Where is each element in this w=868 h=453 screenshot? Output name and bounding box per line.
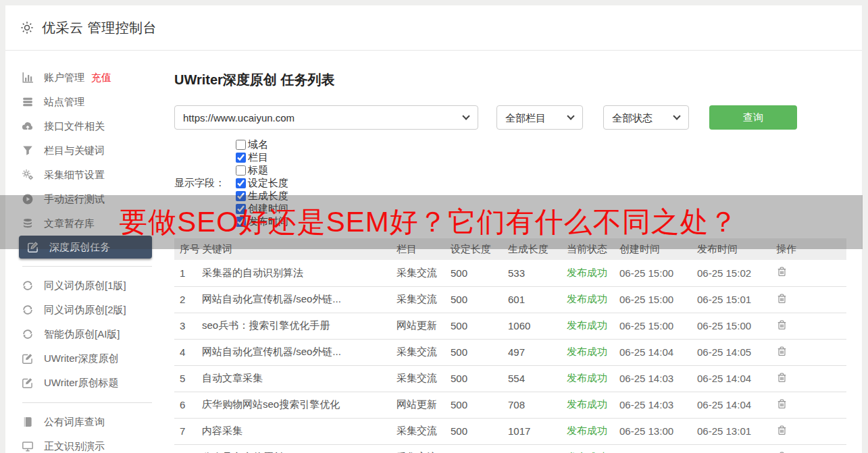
table-cell: 1 xyxy=(174,260,199,286)
book-icon xyxy=(22,416,34,428)
sidebar-item[interactable]: 账户管理充值 xyxy=(5,65,169,90)
trash-icon xyxy=(776,398,788,410)
table-cell: 网站自动化宣传机器/seo外链... xyxy=(199,286,394,313)
sidebar-item[interactable]: 同义词伪原创[1版] xyxy=(5,273,169,298)
field-checkbox-item[interactable]: 标题 xyxy=(236,164,288,177)
sidebar-divider xyxy=(22,266,152,267)
field-checkbox-item[interactable]: 域名 xyxy=(236,138,288,151)
table-cell: 发布成功 xyxy=(564,339,617,365)
gear-icon xyxy=(20,21,34,34)
sidebar: 账户管理充值站点管理接口文件相关栏目与关键词采集细节设置手动运行测试文章暂存库深… xyxy=(5,51,169,453)
sidebar-item-label: 同义词伪原创[2版] xyxy=(44,304,126,317)
table-cell: 采集器的自动识别算法 xyxy=(199,260,394,286)
delete-button[interactable] xyxy=(776,266,788,277)
refresh-icon xyxy=(22,304,34,316)
table-cell: 500 xyxy=(448,392,505,418)
table-cell: 1017 xyxy=(505,418,564,444)
overlay-banner: 要做SEO好还是SEM好？它们有什么不同之处？ xyxy=(0,195,863,249)
display-fields-label: 显示字段： xyxy=(174,177,225,190)
delete-button[interactable] xyxy=(776,293,788,304)
table-cell: 发布成功 xyxy=(564,444,617,453)
sidebar-item[interactable]: 采集细节设置 xyxy=(5,163,169,187)
site-select[interactable]: https://www.ucaiyun.com xyxy=(174,105,478,130)
table-cell: 网站自动化宣传机器/seo外链... xyxy=(199,339,394,365)
table-row: 1采集器的自动识别算法采集交流500533发布成功06-25 15:0006-2… xyxy=(174,260,846,286)
table-cell: 06-25 15:00 xyxy=(694,313,773,339)
sidebar-item[interactable]: 接口文件相关 xyxy=(5,114,169,138)
field-checkbox-item[interactable]: 栏目 xyxy=(236,151,288,164)
delete-button[interactable] xyxy=(776,451,788,453)
status-select-wrap: 全部状态 xyxy=(603,105,689,130)
filter-controls: https://www.ucaiyun.com 全部栏目 全部状态 查 xyxy=(174,105,862,130)
table-cell: 06-25 13:01 xyxy=(694,418,773,444)
sidebar-item-label: UWriter深度原创 xyxy=(44,352,119,365)
table-row: 6庆华购物网站seo搜索引擎优化网站更新500708发布成功06-25 14:0… xyxy=(174,392,846,418)
app-title: 优采云 管理控制台 xyxy=(42,19,157,37)
delete-button[interactable] xyxy=(776,372,788,383)
field-checkbox-label: 设定长度 xyxy=(248,177,288,190)
delete-button[interactable] xyxy=(776,398,788,410)
field-checkbox-item[interactable]: 设定长度 xyxy=(236,177,288,190)
sidebar-item[interactable]: 智能伪原创[AI版] xyxy=(5,322,169,346)
sidebar-item-label: 账户管理 xyxy=(44,72,84,84)
table-row: 2网站自动化宣传机器/seo外链...采集交流500601发布成功06-25 1… xyxy=(174,286,846,313)
status-select[interactable]: 全部状态 xyxy=(603,105,689,130)
field-checkbox-label: 标题 xyxy=(248,164,268,177)
trash-icon xyxy=(776,266,788,277)
table-cell: 708 xyxy=(505,392,564,418)
field-checkbox[interactable] xyxy=(236,178,246,188)
table-cell: 06-25 14:05 xyxy=(694,339,773,365)
table-cell: 06-25 13:00 xyxy=(617,418,694,444)
field-checkbox-label: 域名 xyxy=(248,138,268,151)
table-cell: 庆华购物网站seo搜索引擎优化 xyxy=(199,392,394,418)
table-cell: 06-25 13:00 xyxy=(617,444,694,453)
table-cell: 发布成功 xyxy=(564,260,617,286)
sidebar-item[interactable]: 栏目与关键词 xyxy=(5,138,169,163)
table-cell: 采集交流 xyxy=(394,365,448,392)
table-cell: 网站更新 xyxy=(394,313,448,339)
table-cell: 500 xyxy=(448,339,505,365)
table-cell: 601 xyxy=(505,286,564,313)
filter-icon xyxy=(22,144,34,157)
sidebar-item[interactable]: 站点管理 xyxy=(5,90,169,114)
trash-icon xyxy=(776,346,788,357)
sidebar-item-label: 公有词库查询 xyxy=(44,416,105,429)
table-cell: 发布成功 xyxy=(564,313,617,339)
bar-chart-icon xyxy=(22,72,34,84)
table-cell: 采集交流 xyxy=(394,286,448,313)
sidebar-item[interactable]: 公有词库查询 xyxy=(5,410,169,434)
delete-button[interactable] xyxy=(776,319,788,331)
table-cell: 公众号文章伪原创 xyxy=(199,444,394,453)
delete-button[interactable] xyxy=(776,346,788,357)
sidebar-item-label: 采集细节设置 xyxy=(44,169,105,182)
query-button[interactable]: 查询 xyxy=(709,105,797,130)
sidebar-item[interactable]: 正文识别演示 xyxy=(5,434,169,453)
page-title: UWriter深度原创 任务列表 xyxy=(174,71,862,89)
trash-icon xyxy=(776,425,788,436)
delete-button[interactable] xyxy=(776,425,788,436)
sidebar-item[interactable]: UWriter深度原创 xyxy=(5,346,169,371)
trash-icon xyxy=(776,319,788,331)
table-row: 8公众号文章伪原创采集交流500504发布成功06-25 13:0006-25 … xyxy=(174,444,846,453)
table-cell: 06-25 13:01 xyxy=(694,444,773,453)
table-cell: 06-25 14:03 xyxy=(617,392,694,418)
table-row: 7内容采集采集交流5001017发布成功06-25 13:0006-25 13:… xyxy=(174,418,846,444)
trash-icon xyxy=(776,451,788,453)
edit-icon xyxy=(22,377,34,389)
field-checkbox[interactable] xyxy=(236,165,246,176)
recharge-badge[interactable]: 充值 xyxy=(91,72,111,84)
trash-icon xyxy=(776,293,788,304)
table-cell: 1060 xyxy=(505,313,564,339)
table-cell: 554 xyxy=(505,365,564,392)
table-cell: 7 xyxy=(174,418,199,444)
table-cell: 504 xyxy=(505,444,564,453)
table-cell: 网站更新 xyxy=(394,392,448,418)
table-cell: 8 xyxy=(174,444,199,453)
sidebar-item[interactable]: 同义词伪原创[2版] xyxy=(5,298,169,322)
gears-icon xyxy=(22,169,34,181)
sidebar-item[interactable]: UWriter原创标题 xyxy=(5,371,169,395)
field-checkbox[interactable] xyxy=(236,140,246,150)
table-cell: 采集交流 xyxy=(394,260,448,286)
field-checkbox[interactable] xyxy=(236,153,246,163)
column-select[interactable]: 全部栏目 xyxy=(496,105,583,130)
